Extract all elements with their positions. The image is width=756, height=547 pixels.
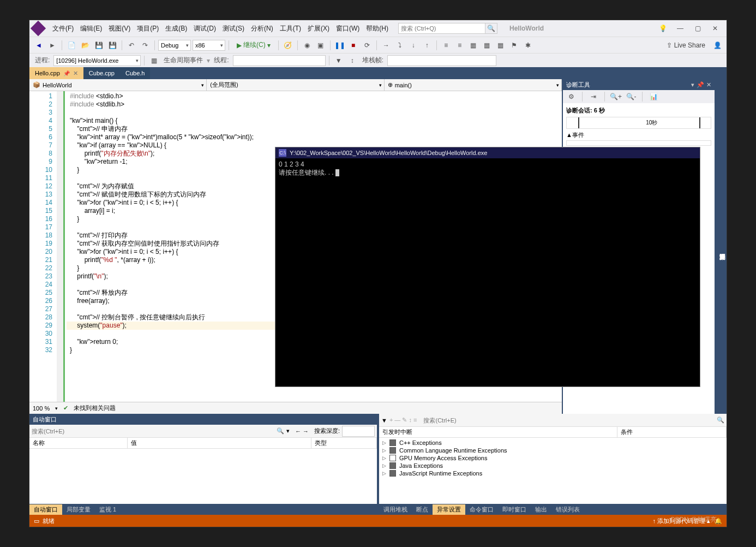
new-icon[interactable]: 📄 xyxy=(65,39,77,51)
open-icon[interactable]: 📂 xyxy=(79,39,91,51)
solution-explorer-tab[interactable]: 解决方案资源管理器 xyxy=(715,79,727,414)
search-icon[interactable]: 🔍 xyxy=(485,23,497,34)
panel-tab[interactable]: 输出 xyxy=(531,504,551,515)
minimize-icon[interactable]: — xyxy=(672,23,688,34)
search-icon[interactable]: 🔍 xyxy=(717,417,724,424)
tool-icon[interactable]: ≡ xyxy=(440,39,452,51)
menu-item[interactable]: 工具(T) xyxy=(277,22,304,35)
panel-tab[interactable]: 错误列表 xyxy=(551,504,584,515)
timeline[interactable]: 10秒 xyxy=(566,117,711,129)
events-header[interactable]: ▲事件 xyxy=(566,130,711,140)
console-window[interactable]: C:\ Y:\002_WorkSpace\002_VS\HelloWorld\H… xyxy=(275,147,700,387)
menu-item[interactable]: 文件(F) xyxy=(49,22,77,35)
menu-item[interactable]: 分析(N) xyxy=(248,22,277,35)
close-icon[interactable]: ✕ xyxy=(706,81,711,88)
exception-row[interactable]: ▷JavaScript Runtime Exceptions xyxy=(379,469,727,477)
zoom-in-icon[interactable]: 🔍+ xyxy=(610,91,622,103)
tool-icon[interactable]: ◉ xyxy=(301,39,313,51)
document-tab[interactable]: Cube.cpp xyxy=(83,67,120,79)
stackframe-combo[interactable] xyxy=(387,55,496,66)
panel-tab[interactable]: 即时窗口 xyxy=(498,504,531,515)
save-all-icon[interactable]: 💾 xyxy=(106,39,118,51)
panel-tab[interactable]: 命令窗口 xyxy=(465,504,498,515)
step-icon[interactable]: → xyxy=(380,39,392,51)
thread-combo[interactable] xyxy=(233,55,326,66)
search-icon[interactable]: 🔍 xyxy=(277,427,284,435)
nav-scope[interactable]: (全局范围) xyxy=(207,79,384,91)
user-icon[interactable]: 👤 xyxy=(711,39,723,51)
tool-icon[interactable]: ▦ xyxy=(467,39,479,51)
step-icon[interactable]: ⇥ xyxy=(587,91,599,103)
nav-member[interactable]: ⊕ main() xyxy=(385,79,562,91)
exception-row[interactable]: ▷GPU Memory Access Exceptions xyxy=(379,454,727,462)
nav-back-icon[interactable]: ◄ xyxy=(33,39,45,51)
column-header[interactable]: 类型 xyxy=(311,438,377,448)
maximize-icon[interactable]: ▢ xyxy=(689,23,706,34)
feedback-icon[interactable]: 💡 xyxy=(655,23,671,34)
title-search[interactable]: 🔍 xyxy=(398,23,497,34)
panel-tab[interactable]: 自动窗口 xyxy=(29,504,62,515)
restart-icon[interactable]: ⟳ xyxy=(361,39,373,51)
filter-icon[interactable]: ▼ xyxy=(333,55,345,67)
menu-item[interactable]: 项目(P) xyxy=(134,22,162,35)
save-icon[interactable]: 💾 xyxy=(93,39,105,51)
autos-search-input[interactable] xyxy=(32,428,274,435)
panel-tab[interactable]: 监视 1 xyxy=(95,504,121,515)
panel-tab[interactable]: 调用堆栈 xyxy=(379,504,412,515)
nav-project[interactable]: 📦 HelloWorld xyxy=(29,79,207,91)
menu-item[interactable]: 生成(B) xyxy=(162,22,190,35)
live-share-button[interactable]: ⇪ Live Share xyxy=(662,41,710,49)
panel-tab[interactable]: 异常设置 xyxy=(433,504,465,515)
lifecycle-icon[interactable]: ▦ xyxy=(148,55,160,67)
document-tab[interactable]: Cube.h xyxy=(120,67,150,79)
column-header[interactable]: 条件 xyxy=(617,427,727,437)
filter-icon[interactable]: ▼ xyxy=(381,417,387,424)
tool-icon[interactable]: ▦ xyxy=(495,39,507,51)
gear-icon[interactable]: ⚙ xyxy=(565,91,577,103)
tool-icon[interactable]: ≡ xyxy=(454,39,466,51)
panel-tab[interactable]: 局部变量 xyxy=(62,504,95,515)
pause-icon[interactable]: ❚❚ xyxy=(334,39,346,51)
config-combo[interactable]: Debug xyxy=(158,40,191,51)
depth-combo[interactable] xyxy=(342,426,375,437)
nav-fwd-icon[interactable]: ► xyxy=(46,39,58,51)
document-tab[interactable]: Hello.cpp 📌 ✕ xyxy=(29,67,83,79)
step-over-icon[interactable]: ⤵ xyxy=(394,39,406,51)
exception-row[interactable]: ▷C++ Exceptions xyxy=(379,439,727,447)
menu-item[interactable]: 调试(D) xyxy=(190,22,219,35)
tool-icon[interactable]: ✱ xyxy=(522,39,534,51)
continue-button[interactable]: ▶ 继续(C) ▾ xyxy=(232,39,275,51)
exception-row[interactable]: ▷Java Exceptions xyxy=(379,462,727,469)
tool-icon[interactable]: 🧭 xyxy=(282,39,294,51)
menu-item[interactable]: 帮助(H) xyxy=(363,22,392,35)
tool-icon[interactable]: ▦ xyxy=(481,39,493,51)
menu-item[interactable]: 扩展(X) xyxy=(304,22,333,35)
exc-search-input[interactable] xyxy=(423,417,715,424)
column-header[interactable]: 值 xyxy=(128,438,311,448)
platform-combo[interactable]: x86 xyxy=(193,40,225,51)
exception-row[interactable]: ▷Common Language Runtime Exceptions xyxy=(379,447,727,454)
redo-icon[interactable]: ↷ xyxy=(139,39,151,51)
column-header[interactable]: 引发时中断 xyxy=(379,427,617,437)
step-into-icon[interactable]: ↓ xyxy=(407,39,419,51)
menu-item[interactable]: 视图(V) xyxy=(105,22,134,35)
pin-icon[interactable]: 📌 xyxy=(697,81,704,88)
tool-icon[interactable]: ▣ xyxy=(315,39,327,51)
dropdown-icon[interactable]: ▾ xyxy=(691,81,694,88)
chart-icon[interactable]: 📊 xyxy=(647,91,659,103)
close-icon[interactable]: ✕ xyxy=(707,23,723,34)
tool-icon[interactable]: ⚑ xyxy=(508,39,520,51)
column-header[interactable]: 名称 xyxy=(29,438,128,448)
process-combo[interactable]: [10296] HelloWorld.exe xyxy=(53,55,141,66)
search-input[interactable] xyxy=(398,23,485,34)
menu-item[interactable]: 编辑(E) xyxy=(77,22,105,35)
panel-tab[interactable]: 断点 xyxy=(412,504,433,515)
sort-icon[interactable]: ↕ xyxy=(346,55,358,67)
step-out-icon[interactable]: ↑ xyxy=(421,39,433,51)
zoom-out-icon[interactable]: 🔍- xyxy=(625,91,637,103)
zoom-level[interactable]: 100 % xyxy=(33,405,50,412)
undo-icon[interactable]: ↶ xyxy=(125,39,137,51)
menu-item[interactable]: 窗口(W) xyxy=(333,22,363,35)
stop-icon[interactable]: ■ xyxy=(347,39,359,51)
menu-item[interactable]: 测试(S) xyxy=(219,22,248,35)
